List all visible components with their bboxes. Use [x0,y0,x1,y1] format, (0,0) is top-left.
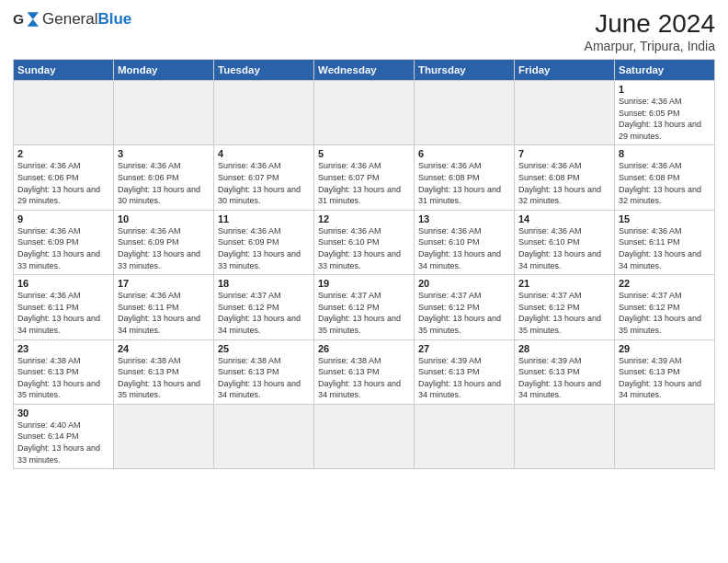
weekday-header-wednesday: Wednesday [314,60,415,81]
day-info: Sunrise: 4:36 AM Sunset: 6:08 PM Dayligh… [418,160,510,206]
day-cell: 18Sunrise: 4:37 AM Sunset: 6:12 PM Dayli… [214,275,314,339]
weekday-header-friday: Friday [515,60,615,81]
day-info: Sunrise: 4:37 AM Sunset: 6:12 PM Dayligh… [218,290,310,336]
weekday-header-sunday: Sunday [14,60,114,81]
day-cell: 16Sunrise: 4:36 AM Sunset: 6:11 PM Dayli… [14,275,114,339]
day-info: Sunrise: 4:36 AM Sunset: 6:06 PM Dayligh… [118,160,210,206]
day-number: 23 [17,343,109,354]
day-info: Sunrise: 4:36 AM Sunset: 6:09 PM Dayligh… [118,225,210,271]
day-number: 18 [218,278,310,289]
day-cell: 26Sunrise: 4:38 AM Sunset: 6:13 PM Dayli… [314,339,415,404]
weekday-header-thursday: Thursday [415,60,515,81]
calendar-table: SundayMondayTuesdayWednesdayThursdayFrid… [13,59,715,469]
day-info: Sunrise: 4:38 AM Sunset: 6:13 PM Dayligh… [17,355,109,401]
day-cell: 14Sunrise: 4:36 AM Sunset: 6:10 PM Dayli… [515,210,615,274]
day-number: 25 [218,343,310,354]
day-info: Sunrise: 4:36 AM Sunset: 6:05 PM Dayligh… [619,96,711,142]
day-info: Sunrise: 4:36 AM Sunset: 6:11 PM Dayligh… [619,225,711,271]
week-row-5: 30Sunrise: 4:40 AM Sunset: 6:14 PM Dayli… [14,404,715,468]
day-cell [615,404,715,468]
week-row-1: 2Sunrise: 4:36 AM Sunset: 6:06 PM Daylig… [14,145,715,210]
day-cell [515,404,615,468]
day-number: 30 [17,408,109,419]
week-row-4: 23Sunrise: 4:38 AM Sunset: 6:13 PM Dayli… [14,339,715,404]
day-number: 6 [418,148,510,159]
day-number: 8 [619,148,711,159]
day-number: 12 [318,213,410,224]
day-cell: 11Sunrise: 4:36 AM Sunset: 6:09 PM Dayli… [214,210,314,274]
day-info: Sunrise: 4:36 AM Sunset: 6:07 PM Dayligh… [318,160,410,206]
day-cell: 1Sunrise: 4:36 AM Sunset: 6:05 PM Daylig… [615,81,715,145]
day-number: 3 [118,148,210,159]
day-cell [214,81,314,145]
day-number: 27 [418,343,510,354]
day-cell: 24Sunrise: 4:38 AM Sunset: 6:13 PM Dayli… [114,339,214,404]
day-cell: 15Sunrise: 4:36 AM Sunset: 6:11 PM Dayli… [615,210,715,274]
day-info: Sunrise: 4:38 AM Sunset: 6:13 PM Dayligh… [118,355,210,401]
header: G GeneralBlue June 2024 Amarpur, Tripura… [13,9,715,53]
weekday-header-saturday: Saturday [615,60,715,81]
day-cell: 5Sunrise: 4:36 AM Sunset: 6:07 PM Daylig… [314,145,415,210]
day-info: Sunrise: 4:36 AM Sunset: 6:11 PM Dayligh… [118,290,210,336]
day-number: 21 [518,278,610,289]
calendar-subtitle: Amarpur, Tripura, India [585,39,715,53]
day-number: 11 [218,213,310,224]
day-info: Sunrise: 4:36 AM Sunset: 6:11 PM Dayligh… [17,290,109,336]
day-cell: 17Sunrise: 4:36 AM Sunset: 6:11 PM Dayli… [114,275,214,339]
day-number: 15 [619,213,711,224]
day-info: Sunrise: 4:37 AM Sunset: 6:12 PM Dayligh… [518,290,610,336]
day-number: 19 [318,278,410,289]
day-info: Sunrise: 4:38 AM Sunset: 6:13 PM Dayligh… [218,355,310,401]
day-cell [415,81,515,145]
weekday-header-monday: Monday [114,60,214,81]
day-number: 9 [17,213,109,224]
page: G GeneralBlue June 2024 Amarpur, Tripura… [0,0,728,563]
day-number: 29 [619,343,711,354]
day-info: Sunrise: 4:38 AM Sunset: 6:13 PM Dayligh… [318,355,410,401]
day-number: 22 [619,278,711,289]
day-cell [314,81,415,145]
day-cell: 6Sunrise: 4:36 AM Sunset: 6:08 PM Daylig… [415,145,515,210]
day-number: 16 [17,278,109,289]
week-row-0: 1Sunrise: 4:36 AM Sunset: 6:05 PM Daylig… [14,81,715,145]
day-info: Sunrise: 4:36 AM Sunset: 6:08 PM Dayligh… [518,160,610,206]
day-number: 28 [518,343,610,354]
day-cell: 22Sunrise: 4:37 AM Sunset: 6:12 PM Dayli… [615,275,715,339]
day-number: 2 [17,148,109,159]
day-cell: 29Sunrise: 4:39 AM Sunset: 6:13 PM Dayli… [615,339,715,404]
day-info: Sunrise: 4:36 AM Sunset: 6:07 PM Dayligh… [218,160,310,206]
day-cell: 21Sunrise: 4:37 AM Sunset: 6:12 PM Dayli… [515,275,615,339]
day-cell: 8Sunrise: 4:36 AM Sunset: 6:08 PM Daylig… [615,145,715,210]
day-number: 4 [218,148,310,159]
day-info: Sunrise: 4:37 AM Sunset: 6:12 PM Dayligh… [418,290,510,336]
day-cell: 19Sunrise: 4:37 AM Sunset: 6:12 PM Dayli… [314,275,415,339]
day-info: Sunrise: 4:40 AM Sunset: 6:14 PM Dayligh… [17,419,109,465]
day-number: 13 [418,213,510,224]
day-cell: 13Sunrise: 4:36 AM Sunset: 6:10 PM Dayli… [415,210,515,274]
day-info: Sunrise: 4:36 AM Sunset: 6:09 PM Dayligh… [17,225,109,271]
week-row-3: 16Sunrise: 4:36 AM Sunset: 6:11 PM Dayli… [14,275,715,339]
day-cell: 9Sunrise: 4:36 AM Sunset: 6:09 PM Daylig… [14,210,114,274]
day-number: 10 [118,213,210,224]
day-cell: 23Sunrise: 4:38 AM Sunset: 6:13 PM Dayli… [14,339,114,404]
day-info: Sunrise: 4:39 AM Sunset: 6:13 PM Dayligh… [518,355,610,401]
logo-icon: G [13,9,39,29]
day-cell: 27Sunrise: 4:39 AM Sunset: 6:13 PM Dayli… [415,339,515,404]
day-number: 7 [518,148,610,159]
day-number: 20 [418,278,510,289]
day-cell [114,404,214,468]
title-block: June 2024 Amarpur, Tripura, India [585,9,715,53]
week-row-2: 9Sunrise: 4:36 AM Sunset: 6:09 PM Daylig… [14,210,715,274]
weekday-header-row: SundayMondayTuesdayWednesdayThursdayFrid… [14,60,715,81]
day-cell [214,404,314,468]
day-info: Sunrise: 4:39 AM Sunset: 6:13 PM Dayligh… [418,355,510,401]
day-cell: 28Sunrise: 4:39 AM Sunset: 6:13 PM Dayli… [515,339,615,404]
svg-marker-1 [28,12,39,27]
day-cell: 4Sunrise: 4:36 AM Sunset: 6:07 PM Daylig… [214,145,314,210]
day-cell: 20Sunrise: 4:37 AM Sunset: 6:12 PM Dayli… [415,275,515,339]
day-info: Sunrise: 4:36 AM Sunset: 6:09 PM Dayligh… [218,225,310,271]
day-info: Sunrise: 4:37 AM Sunset: 6:12 PM Dayligh… [318,290,410,336]
day-cell: 7Sunrise: 4:36 AM Sunset: 6:08 PM Daylig… [515,145,615,210]
day-number: 5 [318,148,410,159]
day-number: 17 [118,278,210,289]
